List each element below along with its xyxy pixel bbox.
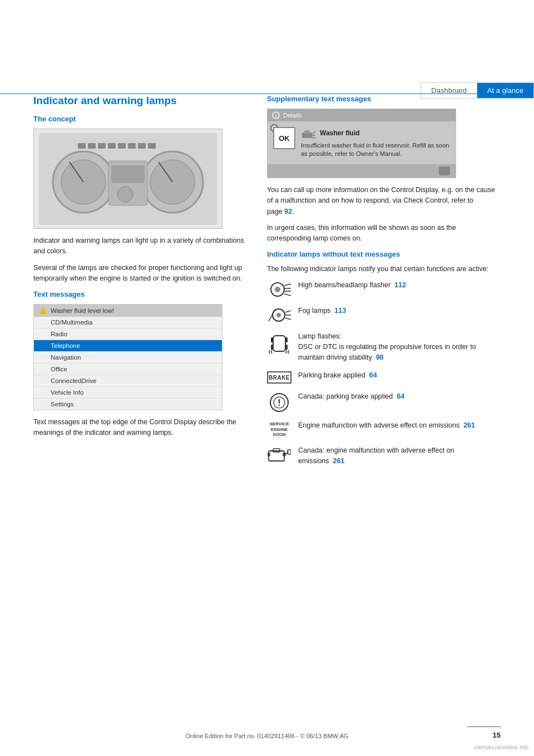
- engine-canada-text: Canada: engine malfunction with adverse …: [298, 445, 501, 467]
- highbeam-svg: [268, 281, 291, 298]
- supp-body1-text: You can call up more information on the …: [267, 186, 495, 215]
- supp-heading: Supplementary text messages: [267, 95, 501, 103]
- tm-menu-item-connecteddrive[interactable]: ConnectedDrive: [34, 375, 222, 387]
- dsc-text: Lamp flashes:DSC or DTC is regulating th…: [298, 331, 501, 362]
- parking-canada-ref: 64: [397, 392, 404, 400]
- tm-header-text: Washer fluid level low!: [51, 307, 114, 314]
- tm-menu-item-radio[interactable]: Radio: [34, 328, 222, 340]
- foglamp-ref: 113: [334, 307, 346, 315]
- svg-rect-10: [118, 143, 126, 149]
- brake-text: Parking brake applied 64: [298, 370, 501, 381]
- ok-box: OK: [273, 127, 295, 149]
- svg-line-23: [312, 135, 315, 136]
- foglamp-text: Fog lamps 113: [298, 306, 501, 316]
- section-title: Indicator and warning lamps: [33, 95, 245, 107]
- lamp-item-highbeam: High beams/headlamp flasher 112: [267, 280, 501, 298]
- svg-rect-8: [98, 143, 106, 149]
- tm-menu-item-cd[interactable]: CD/Multimedia: [34, 317, 222, 328]
- foglamp-svg: [268, 307, 291, 323]
- svg-rect-41: [285, 345, 288, 350]
- ok-label: OK: [279, 134, 290, 143]
- tm-menu-item-navigation[interactable]: Navigation: [34, 352, 222, 364]
- foglamp-label: Fog lamps: [298, 307, 334, 315]
- washer-fluid-label: Washer fluid: [320, 129, 360, 137]
- washer-fluid-icon: [301, 127, 317, 139]
- footer-rule: [467, 726, 501, 727]
- concept-heading: The concept: [33, 115, 245, 123]
- engine-canada-ref: 261: [333, 457, 345, 465]
- engine-canada-label: Canada: engine malfunction with adverse …: [298, 446, 454, 465]
- dsc-ref: 98: [376, 354, 384, 361]
- svg-rect-13: [148, 143, 156, 149]
- indicator-intro: The following indicator lamps notify you…: [267, 264, 501, 274]
- svg-rect-7: [88, 143, 96, 149]
- supp-image-box: i Details OK: [267, 109, 456, 178]
- svg-line-30: [284, 294, 291, 296]
- svg-rect-39: [285, 337, 288, 342]
- brake-box: BRAKE: [267, 371, 291, 384]
- svg-rect-38: [271, 337, 274, 342]
- text-messages-box: Washer fluid level low! CD/Multimedia Ra…: [33, 304, 222, 410]
- left-column: Indicator and warning lamps The concept: [33, 95, 245, 474]
- supp-washer-title: Washer fluid: [301, 127, 450, 139]
- details-icon: i: [272, 111, 280, 119]
- service-engine-label: Engine malfunction with adverse effect o…: [298, 421, 463, 429]
- svg-line-35: [285, 318, 291, 320]
- svg-line-33: [285, 311, 291, 312]
- supp-ref1: 92: [284, 208, 292, 215]
- svg-rect-16: [111, 165, 145, 183]
- svg-line-27: [284, 284, 291, 286]
- foglamp-icon: [267, 306, 291, 323]
- service-engine-box: SERVICEENGINESOON: [267, 421, 291, 438]
- tm-menu-item-office[interactable]: Office: [34, 364, 222, 375]
- footer-text: Online Edition for Part no. 01402911406 …: [0, 733, 534, 739]
- supp-description: Insufficient washer fluid in fluid reser…: [301, 141, 450, 159]
- cluster-svg: [39, 133, 217, 225]
- service-engine-icon: SERVICEENGINESOON: [267, 420, 291, 438]
- page-number: 15: [493, 731, 501, 739]
- service-engine-text: Engine malfunction with adverse effect o…: [298, 420, 501, 431]
- tm-menu-item-telephone[interactable]: Telephone: [34, 340, 222, 352]
- svg-rect-12: [138, 143, 146, 149]
- supp-body1: You can call up more information on the …: [267, 185, 501, 217]
- tm-menu-item-settings[interactable]: Settings: [34, 399, 222, 410]
- svg-point-17: [117, 186, 133, 202]
- instrument-cluster-image: [33, 129, 222, 229]
- lamp-item-dsc: Lamp flashes:DSC or DTC is regulating th…: [267, 331, 501, 362]
- svg-rect-9: [108, 143, 116, 149]
- svg-line-22: [312, 131, 315, 134]
- dsc-svg: [268, 332, 291, 355]
- tm-menu-item-vehicleinfo[interactable]: Vehicle Info: [34, 387, 222, 399]
- brake-label: Parking brake applied: [298, 371, 369, 379]
- parking-canada-icon: !: [267, 391, 291, 413]
- tm-header: Washer fluid level low!: [34, 305, 222, 317]
- supp-bottom-icon: [439, 166, 450, 175]
- lamp-item-engine-canada: Canada: engine malfunction with adverse …: [267, 445, 501, 467]
- supp-content: OK Washe: [268, 121, 456, 164]
- highbeam-icon: [267, 280, 291, 298]
- parking-canada-text: Canada: parking brake applied 64: [298, 391, 501, 402]
- svg-text:i: i: [275, 113, 277, 119]
- lamp-item-service-engine: SERVICEENGINESOON Engine malfunction wit…: [267, 420, 501, 438]
- dsc-icon: [267, 331, 291, 355]
- supp-details-text: Details: [283, 112, 302, 119]
- body-text-2: Several of the lamps are checked for pro…: [33, 263, 245, 284]
- svg-rect-46: [273, 449, 280, 452]
- supp-body2: In urgent cases, this information will b…: [267, 223, 501, 244]
- supp-body1-end: .: [292, 208, 294, 215]
- indicator-heading: Indicator lamps without text messages: [267, 250, 501, 258]
- parking-canada-svg: !: [269, 392, 289, 413]
- svg-point-32: [276, 313, 281, 317]
- right-column: Supplementary text messages i Details OK: [267, 95, 501, 474]
- top-rule: [0, 94, 534, 94]
- highbeam-label: High beams/headlamp flasher: [298, 281, 394, 289]
- svg-rect-40: [271, 345, 274, 350]
- svg-rect-6: [78, 143, 86, 149]
- svg-text:!: !: [278, 398, 280, 408]
- dsc-label: Lamp flashes:DSC or DTC is regulating th…: [298, 332, 476, 361]
- watermark: carmanualsonline.info: [474, 744, 528, 750]
- svg-rect-11: [128, 143, 136, 149]
- lamp-item-brake: BRAKE Parking brake applied 64: [267, 370, 501, 384]
- parking-canada-label: Canada: parking brake applied: [298, 392, 397, 400]
- svg-line-24: [312, 138, 315, 138]
